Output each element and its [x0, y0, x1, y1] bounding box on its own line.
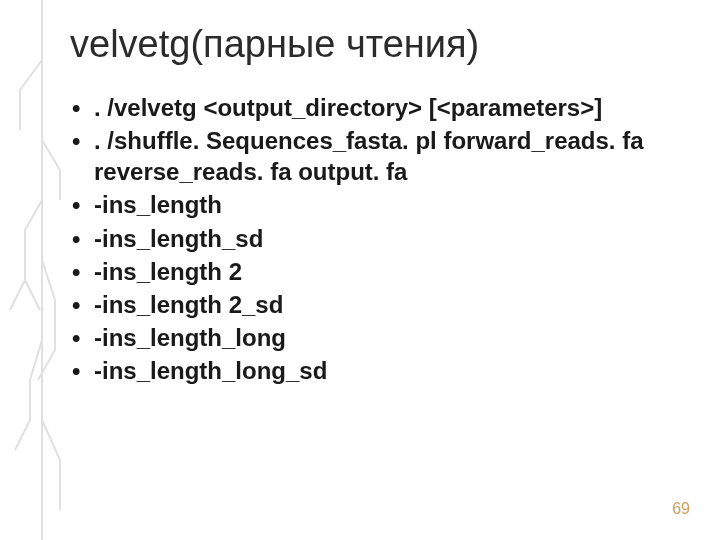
bullet-list: . /velvetg <output_directory> [<paramete… [70, 92, 680, 387]
slide-container: velvetg(парные чтения) . /velvetg <outpu… [0, 0, 720, 540]
page-number: 69 [672, 500, 690, 518]
list-item: . /velvetg <output_directory> [<paramete… [70, 92, 680, 123]
list-item: -ins_length_sd [70, 223, 680, 254]
list-item: -ins_length 2_sd [70, 289, 680, 320]
list-item: -ins_length_long_sd [70, 355, 680, 386]
slide-title: velvetg(парные чтения) [70, 24, 680, 66]
list-item: . /shuffle. Sequences_fasta. pl forward_… [70, 125, 680, 187]
list-item: -ins_length [70, 189, 680, 220]
list-item: -ins_length 2 [70, 256, 680, 287]
list-item: -ins_length_long [70, 322, 680, 353]
